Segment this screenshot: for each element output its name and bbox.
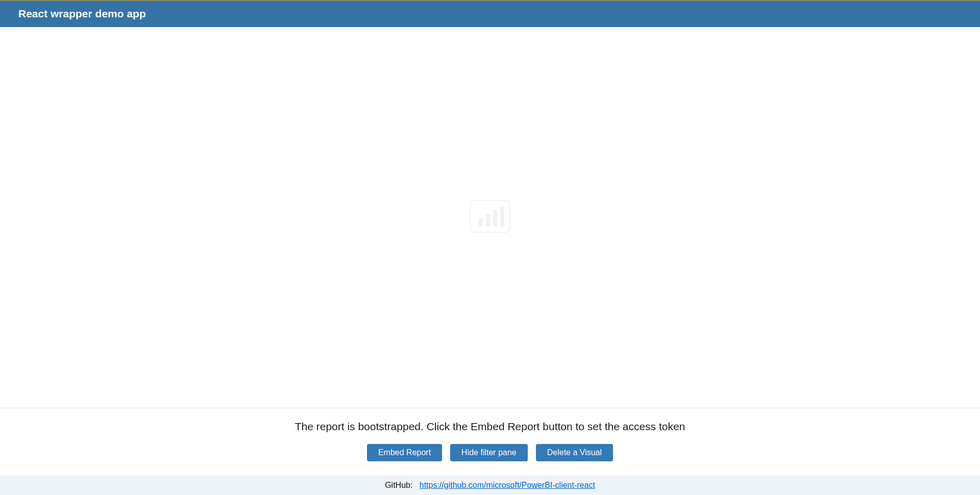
button-row: Embed Report Hide filter pane Delete a V…: [8, 444, 972, 461]
embed-report-button[interactable]: Embed Report: [367, 444, 442, 461]
github-link[interactable]: https://github.com/microsoft/PowerBI-cli…: [420, 481, 595, 489]
footer: GitHub: https://github.com/microsoft/Pow…: [0, 476, 980, 495]
delete-visual-button[interactable]: Delete a Visual: [536, 444, 613, 461]
app-header: React wrapper demo app: [0, 0, 980, 27]
powerbi-logo-icon: [470, 200, 510, 235]
svg-rect-3: [493, 210, 497, 227]
svg-rect-1: [479, 218, 483, 227]
svg-rect-4: [500, 206, 504, 227]
report-embed-area: [0, 27, 980, 408]
hide-filter-pane-button[interactable]: Hide filter pane: [450, 444, 528, 461]
svg-rect-2: [486, 214, 490, 227]
status-message: The report is bootstrapped. Click the Em…: [8, 420, 972, 433]
footer-label: GitHub:: [385, 481, 412, 489]
controls-section: The report is bootstrapped. Click the Em…: [0, 408, 980, 476]
app-title: React wrapper demo app: [18, 8, 146, 19]
